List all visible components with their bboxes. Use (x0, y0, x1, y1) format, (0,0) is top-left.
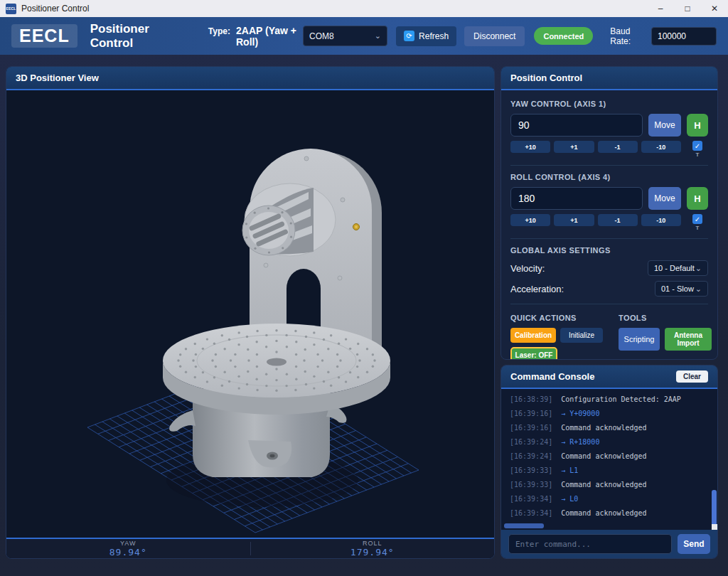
horizontal-scrollbar[interactable] (504, 523, 544, 528)
velocity-select[interactable]: 10 - Default ⌄ (648, 260, 708, 276)
viewer-statusbar: YAW 89.94° ROLL 179.94° (6, 538, 494, 558)
yaw-home-button[interactable]: H (687, 114, 708, 137)
minimize-icon[interactable]: – (647, 0, 674, 17)
yaw-track-checkbox[interactable]: ✓ (692, 141, 702, 151)
window-title: Positioner Control (21, 4, 89, 14)
page-title: Positioner Control (90, 22, 178, 50)
roll-step-plus10-button[interactable]: +10 (510, 214, 550, 226)
type-value: 2AAP (Yaw + Roll) (236, 25, 303, 48)
console-title: Command Console (510, 371, 594, 382)
vertical-scrollbar[interactable] (712, 490, 717, 527)
log-entry: [16:39:16]→ Y+09000 (510, 407, 707, 421)
os-titlebar: EECL Positioner Control – □ ✕ (0, 0, 728, 17)
tools-label: TOOLS (619, 314, 712, 322)
roll-target-field[interactable] (510, 187, 643, 210)
yaw-readout-label: YAW (120, 540, 136, 547)
yaw-step-plus1-button[interactable]: +1 (554, 141, 594, 153)
yaw-platter (163, 324, 390, 415)
calibration-button[interactable]: Calibration (510, 328, 556, 343)
refresh-icon: ⟳ (404, 31, 414, 41)
acceleration-select[interactable]: 01 - Slow ⌄ (655, 281, 708, 297)
yaw-step-minus10-button[interactable]: -10 (641, 141, 681, 153)
maximize-icon[interactable]: □ (674, 0, 701, 17)
position-control-panel: Position Control YAW CONTROL (AXIS 1) Mo… (500, 66, 718, 360)
send-button[interactable]: Send (678, 534, 710, 554)
console-footer: Send (501, 530, 717, 558)
log-entry: [16:39:33]Command acknowledged (510, 478, 707, 492)
viewer-panel: 3D Positioner View (6, 66, 495, 559)
yaw-target-field[interactable] (510, 114, 643, 137)
roll-axis-controls: Move H +10 +1 -1 -10 ✓ T (510, 187, 708, 231)
yaw-axis-controls: Move H +10 +1 -1 -10 ✓ T (510, 114, 708, 158)
clear-console-button[interactable]: Clear (676, 370, 708, 383)
yaw-axis-label: YAW CONTROL (AXIS 1) (510, 100, 708, 108)
log-entry: [16:39:34]Command acknowledged (510, 506, 707, 521)
baud-rate-label: Baud Rate: (610, 26, 646, 46)
brand-logo: EECL (11, 24, 77, 48)
log-entry: [16:39:24]→ R+18000 (510, 435, 707, 449)
baud-rate-field[interactable] (651, 27, 717, 46)
chevron-down-icon: ⌄ (695, 284, 702, 294)
disconnect-button[interactable]: Disconnect (464, 26, 525, 46)
roll-readout-value: 179.94° (350, 547, 395, 558)
refresh-button[interactable]: ⟳ Refresh (396, 26, 456, 46)
roll-axis-label: ROLL CONTROL (AXIS 4) (510, 173, 708, 181)
status-badge: Connected (534, 27, 593, 45)
chevron-down-icon: ⌄ (375, 31, 381, 41)
roll-track-label: T (696, 225, 700, 231)
roll-step-minus1-button[interactable]: -1 (598, 214, 638, 226)
section-divider (510, 165, 708, 166)
log-entry: [16:39:34]→ L0 (510, 492, 707, 506)
scrollbar-corner (712, 524, 717, 530)
app-icon: EECL (6, 4, 16, 14)
yaw-step-plus10-button[interactable]: +10 (510, 141, 550, 153)
positioner-model (6, 90, 495, 538)
close-icon[interactable]: ✕ (701, 0, 728, 17)
position-panel-title: Position Control (510, 73, 582, 83)
laser-toggle-button[interactable]: Laser: OFF (510, 347, 557, 360)
com-port-select[interactable]: COM8 ⌄ (303, 26, 387, 46)
yaw-move-button[interactable]: Move (648, 114, 681, 137)
initialize-button[interactable]: Initialize (560, 328, 603, 343)
scripting-button[interactable]: Scripting (619, 328, 660, 351)
log-entry: [16:39:24]Command acknowledged (510, 449, 707, 464)
roll-track-checkbox[interactable]: ✓ (692, 214, 702, 224)
quick-actions-label: QUICK ACTIONS (510, 314, 603, 322)
console-panel-header: Command Console Clear (501, 366, 717, 389)
roll-step-minus10-button[interactable]: -10 (641, 214, 681, 226)
yaw-track-label: T (696, 151, 700, 158)
velocity-label: Velocity: (510, 263, 648, 274)
log-entry: [16:39:33]→ L1 (510, 464, 707, 478)
command-input[interactable] (508, 534, 672, 554)
roll-move-button[interactable]: Move (648, 187, 681, 210)
3d-viewport[interactable] (6, 90, 494, 538)
section-divider (510, 304, 708, 304)
log-entry: [16:39:16]Command acknowledged (510, 421, 707, 435)
roll-home-button[interactable]: H (687, 187, 708, 210)
position-panel-header: Position Control (501, 67, 717, 90)
acceleration-label: Acceleration: (510, 284, 655, 294)
log-entry: [16:38:39]Configuration Detected: 2AAP (510, 393, 707, 407)
viewer-title: 3D Positioner View (16, 73, 99, 83)
antenna-import-button[interactable]: Antenna Import (665, 328, 712, 351)
viewer-panel-header: 3D Positioner View (6, 67, 494, 90)
roll-step-plus1-button[interactable]: +1 (554, 214, 594, 226)
yaw-readout-value: 89.94° (109, 547, 147, 558)
type-label: Type: (208, 26, 230, 36)
global-settings-label: GLOBAL AXIS SETTINGS (510, 246, 708, 255)
console-log[interactable]: [16:38:39]Configuration Detected: 2AAP[1… (501, 389, 717, 530)
command-console-panel: Command Console Clear [16:38:39]Configur… (500, 365, 718, 559)
yaw-step-minus1-button[interactable]: -1 (598, 141, 638, 153)
section-divider (510, 238, 708, 239)
chevron-down-icon: ⌄ (695, 264, 702, 273)
roll-readout-label: ROLL (363, 540, 382, 547)
app-header: EECL Positioner Control Type: 2AAP (Yaw … (0, 17, 728, 55)
